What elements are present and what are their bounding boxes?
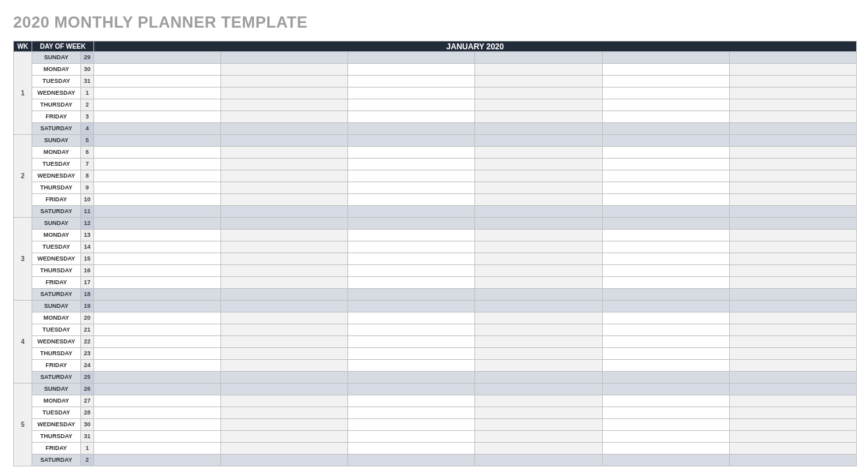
planner-slot[interactable] — [602, 265, 729, 277]
planner-slot[interactable] — [221, 99, 348, 111]
planner-slot[interactable] — [475, 241, 602, 253]
planner-slot[interactable] — [221, 182, 348, 194]
planner-slot[interactable] — [729, 312, 856, 324]
planner-slot[interactable] — [94, 301, 221, 312]
planner-slot[interactable] — [602, 253, 729, 265]
planner-slot[interactable] — [221, 52, 348, 64]
planner-slot[interactable] — [221, 194, 348, 206]
planner-slot[interactable] — [729, 206, 856, 218]
planner-slot[interactable] — [94, 159, 221, 170]
planner-slot[interactable] — [348, 206, 475, 218]
planner-slot[interactable] — [348, 431, 475, 443]
planner-slot[interactable] — [94, 431, 221, 443]
planner-slot[interactable] — [94, 372, 221, 384]
planner-slot[interactable] — [348, 360, 475, 372]
planner-slot[interactable] — [729, 265, 856, 277]
planner-slot[interactable] — [602, 159, 729, 170]
planner-slot[interactable] — [221, 372, 348, 384]
planner-slot[interactable] — [221, 419, 348, 431]
planner-slot[interactable] — [729, 336, 856, 348]
planner-slot[interactable] — [221, 265, 348, 277]
planner-slot[interactable] — [94, 455, 221, 466]
planner-slot[interactable] — [475, 265, 602, 277]
planner-slot[interactable] — [348, 407, 475, 419]
planner-slot[interactable] — [475, 289, 602, 301]
planner-slot[interactable] — [221, 206, 348, 218]
planner-slot[interactable] — [475, 395, 602, 407]
planner-slot[interactable] — [602, 443, 729, 455]
planner-slot[interactable] — [729, 384, 856, 395]
planner-slot[interactable] — [602, 170, 729, 182]
planner-slot[interactable] — [729, 76, 856, 87]
planner-slot[interactable] — [348, 372, 475, 384]
planner-slot[interactable] — [475, 76, 602, 87]
planner-slot[interactable] — [94, 253, 221, 265]
planner-slot[interactable] — [94, 443, 221, 455]
planner-slot[interactable] — [729, 147, 856, 159]
planner-slot[interactable] — [221, 253, 348, 265]
planner-slot[interactable] — [348, 277, 475, 289]
planner-slot[interactable] — [94, 395, 221, 407]
planner-slot[interactable] — [602, 277, 729, 289]
planner-slot[interactable] — [348, 123, 475, 135]
planner-slot[interactable] — [602, 348, 729, 360]
planner-slot[interactable] — [602, 241, 729, 253]
planner-slot[interactable] — [94, 182, 221, 194]
planner-slot[interactable] — [729, 407, 856, 419]
planner-slot[interactable] — [729, 443, 856, 455]
planner-slot[interactable] — [602, 431, 729, 443]
planner-slot[interactable] — [475, 407, 602, 419]
planner-slot[interactable] — [729, 111, 856, 123]
planner-slot[interactable] — [221, 111, 348, 123]
planner-slot[interactable] — [729, 182, 856, 194]
planner-slot[interactable] — [602, 218, 729, 230]
planner-slot[interactable] — [348, 348, 475, 360]
planner-slot[interactable] — [729, 348, 856, 360]
planner-slot[interactable] — [94, 384, 221, 395]
planner-slot[interactable] — [475, 218, 602, 230]
planner-slot[interactable] — [348, 99, 475, 111]
planner-slot[interactable] — [475, 52, 602, 64]
planner-slot[interactable] — [221, 324, 348, 336]
planner-slot[interactable] — [348, 159, 475, 170]
planner-slot[interactable] — [475, 170, 602, 182]
planner-slot[interactable] — [94, 87, 221, 99]
planner-slot[interactable] — [94, 348, 221, 360]
planner-slot[interactable] — [475, 384, 602, 395]
planner-slot[interactable] — [475, 123, 602, 135]
planner-slot[interactable] — [475, 372, 602, 384]
planner-slot[interactable] — [348, 443, 475, 455]
planner-slot[interactable] — [94, 76, 221, 87]
planner-slot[interactable] — [602, 289, 729, 301]
planner-slot[interactable] — [729, 218, 856, 230]
planner-slot[interactable] — [221, 431, 348, 443]
planner-slot[interactable] — [348, 265, 475, 277]
planner-slot[interactable] — [221, 123, 348, 135]
planner-slot[interactable] — [221, 336, 348, 348]
planner-slot[interactable] — [729, 230, 856, 241]
planner-slot[interactable] — [348, 87, 475, 99]
planner-slot[interactable] — [729, 395, 856, 407]
planner-slot[interactable] — [729, 241, 856, 253]
planner-slot[interactable] — [221, 301, 348, 312]
planner-slot[interactable] — [221, 218, 348, 230]
planner-slot[interactable] — [475, 206, 602, 218]
planner-slot[interactable] — [602, 407, 729, 419]
planner-slot[interactable] — [475, 111, 602, 123]
planner-slot[interactable] — [729, 277, 856, 289]
planner-slot[interactable] — [602, 372, 729, 384]
planner-slot[interactable] — [348, 455, 475, 466]
planner-slot[interactable] — [348, 64, 475, 76]
planner-slot[interactable] — [94, 64, 221, 76]
planner-slot[interactable] — [221, 395, 348, 407]
planner-slot[interactable] — [475, 336, 602, 348]
planner-slot[interactable] — [348, 218, 475, 230]
planner-slot[interactable] — [221, 159, 348, 170]
planner-slot[interactable] — [729, 194, 856, 206]
planner-slot[interactable] — [729, 372, 856, 384]
planner-slot[interactable] — [348, 253, 475, 265]
planner-slot[interactable] — [602, 64, 729, 76]
planner-slot[interactable] — [475, 348, 602, 360]
planner-slot[interactable] — [94, 419, 221, 431]
planner-slot[interactable] — [602, 301, 729, 312]
